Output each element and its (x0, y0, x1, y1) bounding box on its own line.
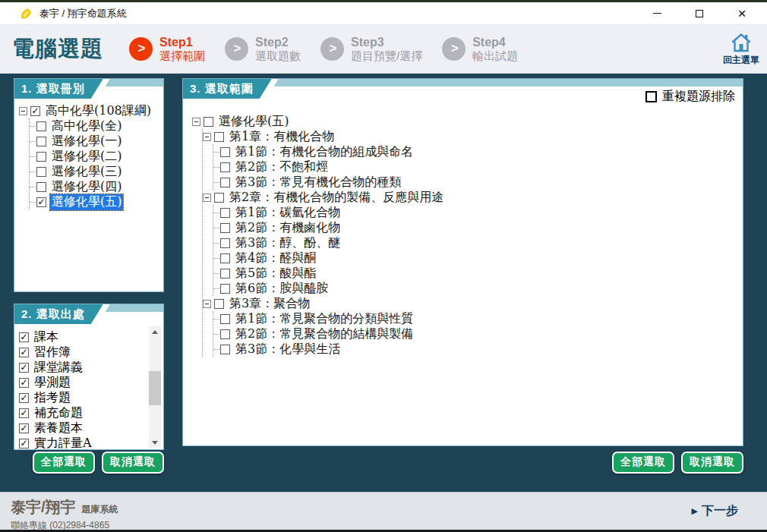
tree-item-label[interactable]: 第3節：常見有機化合物的種類 (234, 175, 402, 190)
source-item[interactable]: ✓課本 (19, 329, 162, 345)
tree-item-label[interactable]: 第2章：有機化合物的製備、反應與用途 (228, 190, 445, 206)
source-label[interactable]: 課堂講義 (33, 360, 84, 376)
collapse-toggle-icon[interactable] (203, 194, 211, 202)
tree-item-label[interactable]: 第1節：碳氫化合物 (234, 205, 342, 221)
tree-row[interactable]: 選修化學(一) (30, 134, 162, 149)
tree-item-label[interactable]: 第3節：化學與生活 (234, 342, 342, 357)
tree-row[interactable]: 選修化學(三) (30, 164, 162, 179)
source-label[interactable]: 實力評量A (33, 436, 93, 451)
tree-row[interactable]: 第1節：碳氫化合物 (213, 205, 741, 220)
tree-row[interactable]: 第2章：有機化合物的製備、反應與用途 (203, 190, 741, 205)
collapse-toggle-icon[interactable] (19, 107, 27, 115)
tree-row[interactable]: 第3章：聚合物 (203, 296, 741, 311)
scope-deselect-button[interactable]: 取消選取 (681, 452, 743, 474)
tree-checkbox[interactable] (220, 223, 230, 233)
source-checkbox[interactable]: ✓ (19, 378, 29, 388)
collapse-toggle-icon[interactable] (192, 118, 200, 126)
source-checkbox[interactable]: ✓ (19, 332, 29, 342)
tree-checkbox[interactable] (220, 269, 230, 279)
step-3[interactable]: > Step3 題目預覽/選擇 (320, 36, 422, 63)
tree-row[interactable]: 第1節：有機化合物的組成與命名 (213, 144, 741, 159)
tree-checkbox[interactable] (220, 329, 230, 339)
tree-checkbox[interactable] (214, 299, 224, 309)
source-item[interactable]: ✓習作簿 (19, 345, 162, 360)
maximize-icon[interactable] (691, 5, 708, 22)
source-checkbox[interactable]: ✓ (19, 408, 29, 418)
tree-checkbox[interactable]: ✓ (30, 106, 40, 116)
source-checkbox[interactable]: ✓ (19, 393, 29, 403)
tree-item-label[interactable]: 選修化學(五) (50, 194, 123, 210)
tree-item-label[interactable]: 選修化學(一) (50, 134, 123, 150)
tree-item-label[interactable]: 第1章：有機化合物 (228, 129, 336, 145)
tree-checkbox[interactable] (36, 152, 46, 162)
tree-row[interactable]: 第2節：常見聚合物的結構與製備 (213, 326, 741, 342)
tree-item-label[interactable]: 第2節：不飽和烴 (234, 159, 330, 175)
source-item[interactable]: ✓素養題本 (19, 420, 162, 436)
home-button[interactable]: 回主選單 (723, 32, 759, 67)
tree-row[interactable]: 第3節：常見有機化合物的種類 (213, 175, 741, 190)
source-item[interactable]: ✓實力評量A (19, 436, 162, 450)
tree-item-label[interactable]: 第6節：胺與醯胺 (234, 281, 330, 297)
close-icon[interactable]: × (734, 5, 750, 22)
tree-checkbox[interactable] (36, 121, 46, 131)
scroll-thumb[interactable] (149, 371, 161, 405)
step-1[interactable]: > Step1 選擇範圍 (129, 36, 205, 63)
tree-checkbox[interactable] (220, 162, 230, 172)
source-checkbox[interactable]: ✓ (19, 423, 29, 433)
tree-checkbox[interactable] (220, 238, 230, 248)
tree-row[interactable]: 第1節：常見聚合物的分類與性質 (213, 311, 741, 326)
tree-checkbox[interactable] (220, 208, 230, 218)
tree-checkbox[interactable] (214, 193, 224, 203)
tree-checkbox[interactable] (36, 167, 46, 177)
tree-row[interactable]: 選修化學(四) (30, 179, 162, 194)
tree-item-label[interactable]: 第5節：酸與酯 (234, 266, 317, 282)
tree-checkbox[interactable] (36, 137, 46, 146)
tree-item-label[interactable]: 第4節：醛與酮 (234, 250, 317, 266)
collapse-toggle-icon[interactable] (203, 300, 211, 308)
tree-row[interactable]: 第4節：醛與酮 (213, 250, 741, 266)
tree-item-label[interactable]: 選修化學(四) (50, 179, 123, 195)
tree-row[interactable]: 選修化學(二) (30, 149, 162, 164)
tree-checkbox[interactable] (204, 117, 213, 127)
tree-checkbox[interactable] (220, 314, 230, 324)
scroll-up-icon[interactable] (149, 326, 161, 337)
scroll-down-icon[interactable] (149, 437, 161, 448)
source-checkbox[interactable]: ✓ (19, 363, 29, 373)
source-item[interactable]: ✓指考題 (19, 390, 162, 405)
step-4[interactable]: > Step4 輸出試題 (442, 36, 518, 63)
scroll-track[interactable] (149, 337, 161, 437)
collapse-toggle-icon[interactable] (203, 133, 211, 141)
tree-row[interactable]: ✓高中化學(108課綱) (19, 103, 162, 118)
dedupe-checkbox-row[interactable]: 重複題源排除 (645, 89, 735, 105)
sources-select-all-button[interactable]: 全部選取 (33, 452, 95, 474)
tree-checkbox[interactable] (214, 132, 224, 142)
tree-row[interactable]: ✓選修化學(五) (30, 194, 162, 209)
tree-item-label[interactable]: 第1節：常見聚合物的分類與性質 (234, 311, 415, 327)
source-label[interactable]: 課本 (33, 329, 60, 345)
tree-row[interactable]: 高中化學(全) (30, 118, 162, 134)
source-label[interactable]: 習作簿 (33, 345, 72, 360)
tree-item-label[interactable]: 選修化學(二) (50, 149, 123, 165)
tree-row[interactable]: 第5節：酸與酯 (213, 266, 741, 281)
tree-item-label[interactable]: 選修化學(三) (50, 164, 123, 180)
tree-checkbox[interactable]: ✓ (36, 197, 46, 207)
source-item[interactable]: ✓課堂講義 (19, 360, 162, 375)
tree-item-label[interactable]: 高中化學(108課綱) (44, 103, 153, 119)
tree-checkbox[interactable] (220, 253, 230, 263)
tree-item-label[interactable]: 第2節：有機鹵化物 (234, 220, 342, 236)
tree-checkbox[interactable] (220, 345, 230, 354)
source-item[interactable]: ✓補充命題 (19, 405, 162, 420)
tree-item-label[interactable]: 選修化學(五) (217, 114, 290, 130)
tree-checkbox[interactable] (220, 178, 230, 187)
tree-row[interactable]: 第6節：胺與醯胺 (213, 281, 741, 296)
tree-checkbox[interactable] (220, 147, 230, 157)
tree-row[interactable]: 第1章：有機化合物 (203, 129, 741, 144)
next-step-button[interactable]: ▶ 下一步 (692, 503, 738, 519)
tree-item-label[interactable]: 高中化學(全) (50, 118, 123, 134)
tree-item-label[interactable]: 第1節：有機化合物的組成與命名 (234, 144, 415, 160)
tree-row[interactable]: 第2節：不飽和烴 (213, 159, 741, 175)
source-label[interactable]: 素養題本 (33, 420, 84, 436)
source-item[interactable]: ✓學測題 (19, 375, 162, 390)
source-label[interactable]: 學測題 (33, 375, 72, 391)
tree-row[interactable]: 第3節：醇、酚、醚 (213, 235, 741, 250)
